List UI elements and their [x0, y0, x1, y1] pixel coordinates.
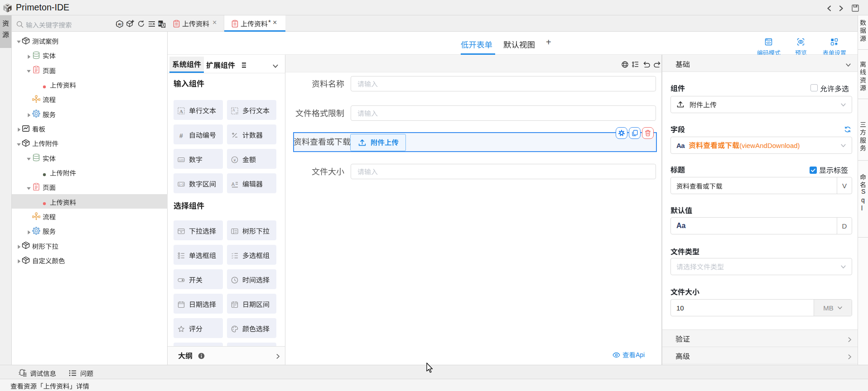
svg-text:#: #	[179, 132, 183, 139]
svg-text:123: 123	[179, 159, 184, 162]
svg-text:A: A	[231, 181, 235, 187]
svg-text:A: A	[232, 108, 235, 112]
svg-text:1~3: 1~3	[178, 182, 183, 186]
svg-text:AI: AI	[118, 22, 121, 26]
svg-text:¥: ¥	[233, 157, 236, 162]
svg-text:A: A	[179, 108, 183, 114]
